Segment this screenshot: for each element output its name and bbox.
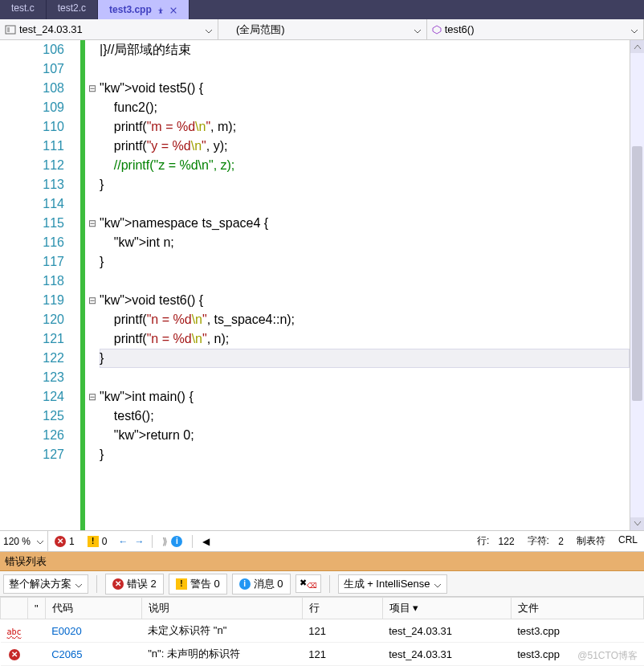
scope-filter-dropdown[interactable]: 整个解决方案 xyxy=(3,574,88,594)
intellisense-error-icon: abc xyxy=(7,627,22,636)
error-row[interactable]: ✕C2065"n": 未声明的标识符121test_24.03.31test3.… xyxy=(1,643,644,666)
scroll-up-icon[interactable] xyxy=(630,40,644,53)
warnings-filter-button[interactable]: !警告 0 xyxy=(169,574,227,594)
error-icon: ✕ xyxy=(9,649,20,660)
error-list-toolbar: 整个解决方案 ✕错误 2 !警告 0 i消息 0 ✖⌫ 生成 + Intelli… xyxy=(0,571,644,597)
line-ending[interactable]: CRL xyxy=(612,534,644,545)
scope-dropdown[interactable]: (全局范围) xyxy=(218,19,427,39)
error-code: C2065 xyxy=(45,643,141,666)
close-icon[interactable] xyxy=(169,6,177,14)
cursor-line: 行: 122 xyxy=(471,534,521,548)
chevron-down-icon xyxy=(414,26,422,34)
nav-arrows: ← → xyxy=(113,536,149,547)
error-project: test_24.03.31 xyxy=(382,619,511,643)
method-icon xyxy=(432,25,442,35)
warning-icon: ! xyxy=(88,536,99,547)
error-icon: ✕ xyxy=(55,536,66,547)
expand-icon: ⟫ xyxy=(162,536,168,547)
chevron-down-icon xyxy=(434,580,442,588)
member-dropdown[interactable]: test6() xyxy=(427,19,644,39)
status-error-item[interactable]: ✕1 xyxy=(48,531,81,551)
error-desc: 未定义标识符 "n" xyxy=(141,619,302,643)
error-icon: ✕ xyxy=(112,578,124,590)
col-line[interactable]: 行 xyxy=(302,598,382,619)
watermark: @51CTO博客 xyxy=(577,649,638,663)
code-editor[interactable]: 1061071081091101111121131141151161171181… xyxy=(0,40,644,531)
col-icon[interactable] xyxy=(1,598,28,619)
chevron-down-icon xyxy=(630,26,638,34)
suppress-icon: " xyxy=(35,603,39,615)
error-code: E0020 xyxy=(45,619,141,643)
project-dropdown[interactable]: test_24.03.31 xyxy=(0,19,218,39)
col-code[interactable]: 代码 xyxy=(45,598,141,619)
error-row[interactable]: abcE0020未定义标识符 "n"121test_24.03.31test3.… xyxy=(1,619,644,643)
chevron-down-icon xyxy=(75,580,83,588)
indent-mode[interactable]: 制表符 xyxy=(570,534,612,548)
zoom-value: 120 % xyxy=(3,536,31,547)
col-file[interactable]: 文件 xyxy=(511,598,643,619)
info-icon: i xyxy=(171,536,182,547)
scope-label: (全局范围) xyxy=(223,22,285,37)
scroll-down-icon[interactable] xyxy=(630,517,644,530)
nav-fwd-icon[interactable]: → xyxy=(134,536,144,547)
scrollbar-thumb[interactable] xyxy=(632,146,642,402)
document-tabs: test.c test2.c test3.cpp xyxy=(0,0,644,19)
tab-test3-cpp[interactable]: test3.cpp xyxy=(98,0,190,19)
errors-filter-button[interactable]: ✕错误 2 xyxy=(105,574,164,594)
zoom-dropdown[interactable]: 120 % xyxy=(0,531,48,551)
warning-icon: ! xyxy=(176,578,187,590)
messages-filter-button[interactable]: i消息 0 xyxy=(232,574,291,594)
cpp-project-icon xyxy=(5,24,16,35)
project-name: test_24.03.31 xyxy=(19,23,83,35)
col-desc[interactable]: 说明 xyxy=(141,598,302,619)
tab-test2-c[interactable]: test2.c xyxy=(47,0,98,19)
code-content[interactable]: |}//局部域的结束"kw">void test5() { func2(); p… xyxy=(100,40,630,530)
chevron-down-icon xyxy=(36,537,44,545)
nav-bar: test_24.03.31 (全局范围) test6() xyxy=(0,19,644,40)
nav-back-icon[interactable]: ← xyxy=(118,536,128,547)
clear-filter-button[interactable]: ✖⌫ xyxy=(296,574,321,593)
status-warning-item[interactable]: !0 xyxy=(81,531,114,551)
error-list-header[interactable]: 错误列表 xyxy=(0,552,644,571)
error-list-table: " 代码 说明 行 项目 ▾ 文件 abcE0020未定义标识符 "n"121t… xyxy=(0,597,644,666)
chevron-down-icon xyxy=(205,26,213,34)
line-number-gutter: 1061071081091101111121131141151161171181… xyxy=(0,40,71,530)
pin-icon[interactable] xyxy=(157,6,165,14)
col-suppress[interactable]: " xyxy=(28,598,46,619)
source-filter-dropdown[interactable]: 生成 + IntelliSense xyxy=(338,574,447,594)
col-project[interactable]: 项目 ▾ xyxy=(382,598,511,619)
vertical-scrollbar[interactable] xyxy=(630,40,644,530)
tab-test-c[interactable]: test.c xyxy=(0,0,47,19)
member-name: test6() xyxy=(445,23,475,35)
info-icon: i xyxy=(239,578,251,590)
error-line: 121 xyxy=(302,643,382,666)
hscroll-left[interactable]: ◀ xyxy=(196,531,216,551)
error-desc: "n": 未声明的标识符 xyxy=(141,643,302,666)
clear-filter-icon: ✖⌫ xyxy=(300,578,317,590)
cursor-char: 字符: 2 xyxy=(521,534,570,548)
tab-label: test3.cpp xyxy=(109,4,152,15)
svg-rect-0 xyxy=(6,26,15,34)
info-item[interactable]: ⟫ i xyxy=(156,531,189,551)
error-file: test3.cpp xyxy=(511,619,643,643)
error-project: test_24.03.31 xyxy=(382,643,511,666)
editor-status-bar: 120 % ✕1 !0 ← → ⟫ i ◀ 行: 122 字符: 2 制表符 C… xyxy=(0,531,644,552)
error-line: 121 xyxy=(302,619,382,643)
fold-margin[interactable]: ⊟ ⊟ ⊟ ⊟ xyxy=(85,40,100,530)
